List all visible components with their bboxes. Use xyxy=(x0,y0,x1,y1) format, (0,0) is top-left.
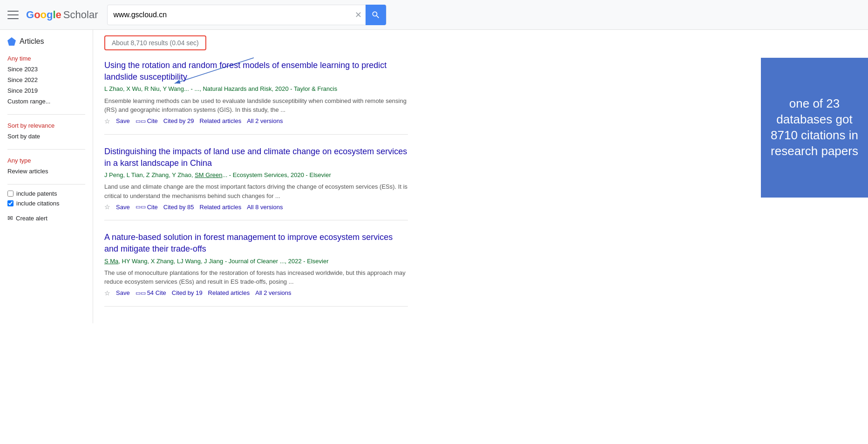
divider-1 xyxy=(7,114,85,115)
logo: Google Scholar xyxy=(26,9,98,21)
logo-scholar-text: Scholar xyxy=(63,9,98,21)
result-authors-text: S Ma, HY Wang, X Zhang, LJ Wang, J Jiang… xyxy=(104,258,328,265)
sidebar: Articles Any time Since 2023 Since 2022 … xyxy=(0,30,93,323)
info-box: one of 23 databases got 8710 citations i… xyxy=(761,58,868,198)
filter-any-type[interactable]: Any type xyxy=(7,155,85,166)
search-button[interactable] xyxy=(366,5,386,25)
info-box-text: one of 23 databases got 8710 citations i… xyxy=(770,96,859,159)
results-count-box: About 8,710 results (0.04 sec) xyxy=(104,35,206,50)
header: Google Scholar ✕ xyxy=(0,0,868,30)
articles-label: Articles xyxy=(20,37,44,46)
logo-google-text: Google xyxy=(26,9,61,21)
cited-by-link[interactable]: Cited by 85 xyxy=(163,204,194,211)
save-link[interactable]: Save xyxy=(116,117,130,124)
cite-link[interactable]: ▭▭ Cite xyxy=(136,117,158,124)
filter-since-2022[interactable]: Since 2022 xyxy=(7,75,85,85)
result-actions: ☆ Save ▭▭ Cite Cited by 85 Related artic… xyxy=(104,203,408,211)
result-item: Distinguishing the impacts of land use a… xyxy=(104,146,408,221)
cite-label: Cite xyxy=(147,204,158,211)
result-authors: L Zhao, X Wu, R Niu, Y Wang... - ..., Na… xyxy=(104,85,408,93)
include-citations-row[interactable]: include citations xyxy=(7,200,85,207)
result-authors: S Ma, HY Wang, X Zhang, LJ Wang, J Jiang… xyxy=(104,257,408,266)
create-alert-row[interactable]: ✉ Create alert xyxy=(7,214,85,222)
cite-icon: ▭▭ xyxy=(136,204,146,210)
include-citations-label: include citations xyxy=(16,200,60,207)
save-link[interactable]: Save xyxy=(116,204,130,211)
result-authors: J Peng, L Tian, Z Zhang, Y Zhao, SM Gree… xyxy=(104,171,408,179)
articles-icon xyxy=(7,37,16,46)
related-articles-link[interactable]: Related articles xyxy=(200,117,242,124)
clear-search-icon[interactable]: ✕ xyxy=(351,10,366,20)
cite-label: 54 Cite xyxy=(147,289,166,296)
filter-since-2019[interactable]: Since 2019 xyxy=(7,85,85,96)
include-patents-checkbox[interactable] xyxy=(7,191,14,197)
main-content: Articles Any time Since 2023 Since 2022 … xyxy=(0,30,868,323)
create-alert-label: Create alert xyxy=(16,215,47,222)
checkbox-section: include patents include citations xyxy=(7,190,85,207)
versions-link[interactable]: All 8 versions xyxy=(247,204,283,211)
result-snippet: Land use and climate change are the most… xyxy=(104,182,408,200)
articles-header: Articles xyxy=(7,37,85,46)
save-link[interactable]: Save xyxy=(116,289,130,296)
sort-by-relevance[interactable]: Sort by relevance xyxy=(7,120,85,131)
result-title[interactable]: Using the rotation and random forest mod… xyxy=(104,61,387,82)
results-area: About 8,710 results (0.04 sec) Using the… xyxy=(93,30,419,323)
cited-by-link[interactable]: Cited by 19 xyxy=(172,289,203,296)
type-filter-section: Any type Review articles xyxy=(7,155,85,177)
filter-review-articles[interactable]: Review articles xyxy=(7,166,85,177)
cite-label: Cite xyxy=(147,117,158,124)
cite-icon: ▭▭ xyxy=(136,290,146,296)
search-box: ✕ xyxy=(107,5,387,25)
filter-custom-range[interactable]: Custom range... xyxy=(7,96,85,107)
result-snippet: The use of monoculture plantations for t… xyxy=(104,268,408,287)
time-filter-section: Any time Since 2023 Since 2022 Since 201… xyxy=(7,53,85,107)
cite-icon: ▭▭ xyxy=(136,118,146,124)
cite-link[interactable]: ▭▭ 54 Cite xyxy=(136,289,166,296)
divider-2 xyxy=(7,149,85,150)
include-patents-row[interactable]: include patents xyxy=(7,190,85,197)
sort-filter-section: Sort by relevance Sort by date xyxy=(7,120,85,142)
include-citations-checkbox[interactable] xyxy=(7,200,14,206)
result-item: Using the rotation and random forest mod… xyxy=(104,60,408,135)
result-title[interactable]: Distinguishing the impacts of land use a… xyxy=(104,147,407,168)
cite-link[interactable]: ▭▭ Cite xyxy=(136,204,158,211)
save-star-icon[interactable]: ☆ xyxy=(104,289,110,297)
search-icon xyxy=(371,10,380,20)
result-actions: ☆ Save ▭▭ Cite Cited by 29 Related artic… xyxy=(104,117,408,125)
versions-link[interactable]: All 2 versions xyxy=(255,289,291,296)
result-authors-text: L Zhao, X Wu, R Niu, Y Wang... - ..., Na… xyxy=(104,85,337,92)
related-articles-link[interactable]: Related articles xyxy=(208,289,250,296)
cited-by-link[interactable]: Cited by 29 xyxy=(163,117,194,124)
save-star-icon[interactable]: ☆ xyxy=(104,203,110,211)
result-item: A nature-based solution in forest manage… xyxy=(104,232,408,307)
filter-any-time[interactable]: Any time xyxy=(7,53,85,64)
result-title[interactable]: A nature-based solution in forest manage… xyxy=(104,232,393,253)
result-snippet: Ensemble learning methods can be used to… xyxy=(104,96,408,115)
search-input[interactable] xyxy=(108,7,351,23)
sort-by-date[interactable]: Sort by date xyxy=(7,131,85,142)
versions-link[interactable]: All 2 versions xyxy=(247,117,283,124)
filter-since-2023[interactable]: Since 2023 xyxy=(7,64,85,75)
related-articles-link[interactable]: Related articles xyxy=(200,204,242,211)
hamburger-menu[interactable] xyxy=(7,11,19,19)
result-authors-text: J Peng, L Tian, Z Zhang, Y Zhao, SM Gree… xyxy=(104,171,331,178)
divider-3 xyxy=(7,184,85,184)
include-patents-label: include patents xyxy=(16,190,57,197)
result-actions: ☆ Save ▭▭ 54 Cite Cited by 19 Related ar… xyxy=(104,289,408,297)
mail-icon: ✉ xyxy=(7,214,13,222)
results-count-text: About 8,710 results (0.04 sec) xyxy=(112,39,199,47)
save-star-icon[interactable]: ☆ xyxy=(104,117,110,125)
